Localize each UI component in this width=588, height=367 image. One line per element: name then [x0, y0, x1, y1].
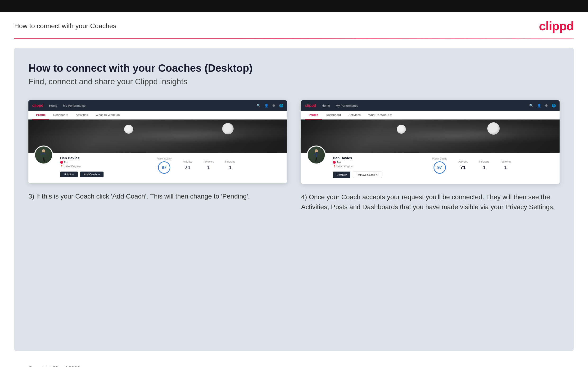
profile-details-right: Dan Davies Pro 📍 United Kingdom — [333, 153, 382, 178]
mock-tabs-right: Profile Dashboard Activities What To Wor… — [301, 111, 560, 119]
avatar-figure-left — [39, 149, 48, 164]
player-quality-stat-left: Player Quality 97 — [157, 157, 172, 174]
golf-ball-left — [124, 125, 133, 134]
user-name-right: Dan Davies — [333, 156, 382, 160]
user-badge-right: Pro — [333, 161, 341, 164]
mock-buttons-left: Unfollow Add Coach + — [60, 172, 104, 177]
mock-banner-right — [301, 119, 560, 153]
globe-icon-right[interactable]: 🌐 — [552, 104, 556, 108]
activities-stat-right: Activities 71 — [458, 160, 468, 171]
plus-icon-left: + — [98, 173, 100, 176]
location-pin-right: 📍 — [333, 165, 336, 168]
search-icon-left[interactable]: 🔍 — [257, 104, 261, 108]
page-wrapper: How to connect with your Coaches clippd … — [0, 12, 588, 367]
remove-coach-button-right[interactable]: Remove Coach ✕ — [353, 172, 382, 178]
location-text-right: United Kingdom — [337, 165, 353, 168]
badge-dot-left — [60, 161, 63, 164]
golf-ball-right-left — [222, 123, 233, 134]
tab-activities-right[interactable]: Activities — [345, 111, 364, 119]
mock-nav-performance-right[interactable]: My Performance — [336, 104, 358, 108]
fing-label-left: Following — [225, 160, 235, 163]
mock-nav-performance-left[interactable]: My Performance — [63, 104, 86, 108]
location-pin-left: 📍 — [60, 165, 63, 168]
header-divider — [14, 38, 574, 39]
top-bar — [0, 0, 588, 12]
pq-circle-left: 97 — [158, 161, 170, 174]
screenshot-left-col: clippd Home My Performance 🔍 👤 ⚙ 🌐 Profi… — [28, 100, 287, 212]
act-label-left: Activities — [183, 160, 192, 163]
person-icon-left[interactable]: 👤 — [264, 104, 268, 108]
tab-whattoworkon-right[interactable]: What To Work On — [364, 111, 396, 119]
golf-ball-right-banner — [397, 125, 406, 134]
globe-icon-left[interactable]: 🌐 — [279, 104, 283, 108]
mock-nav-icons-left: 🔍 👤 ⚙ 🌐 — [257, 104, 283, 108]
mock-nav-icons-right: 🔍 👤 ⚙ 🌐 — [529, 104, 556, 108]
avatar-figure-right — [312, 149, 320, 164]
mock-logo-right: clippd — [305, 103, 316, 108]
unfollow-button-right[interactable]: Unfollow — [333, 172, 350, 178]
settings-icon-left[interactable]: ⚙ — [272, 104, 275, 108]
tab-whattoworkon-left[interactable]: What To Work On — [92, 111, 123, 119]
add-coach-button-left[interactable]: Add Coach + — [80, 172, 104, 177]
stats-area-right: Player Quality 97 Activities 71 Follower… — [389, 153, 554, 174]
act-label-right: Activities — [458, 160, 468, 163]
tab-activities-left[interactable]: Activities — [72, 111, 92, 119]
badge-label-left: Pro — [64, 161, 68, 164]
add-coach-label-left: Add Coach — [84, 173, 97, 176]
profile-details-left: Dan Davies Pro 📍 United Kingdom — [60, 153, 104, 177]
description-right: 4) Once your Coach accepts your request … — [301, 192, 560, 212]
mock-profile-info-left: Dan Davies Pro 📍 United Kingdom — [28, 153, 287, 183]
user-location-left: 📍 United Kingdom — [60, 165, 104, 168]
fing-label-right: Following — [501, 160, 510, 163]
fing-value-left: 1 — [225, 165, 235, 171]
mock-logo-left: clippd — [32, 103, 43, 108]
logo-area: clippd — [539, 19, 574, 33]
avatar-container-left — [34, 146, 53, 165]
panel-title: How to connect with your Coaches (Deskto… — [28, 62, 560, 74]
mock-nav-right: clippd Home My Performance 🔍 👤 ⚙ 🌐 — [301, 100, 560, 111]
followers-stat-left: Followers 1 — [204, 160, 214, 171]
settings-icon-right[interactable]: ⚙ — [545, 104, 548, 108]
mock-profile-area-left: Dan Davies Pro 📍 United Kingdom — [28, 119, 287, 183]
location-text-left: United Kingdom — [64, 165, 81, 168]
act-value-right: 71 — [458, 165, 468, 171]
fol-value-right: 1 — [479, 165, 489, 171]
stats-area-left: Player Quality 97 Activities 71 Follower… — [111, 153, 281, 174]
mock-profile-info-right: Dan Davies Pro 📍 United Kingdom — [301, 153, 560, 184]
badge-label-right: Pro — [337, 161, 341, 164]
panel-subtitle: Find, connect and share your Clippd insi… — [28, 77, 560, 86]
search-icon-right[interactable]: 🔍 — [529, 104, 533, 108]
tab-dashboard-right[interactable]: Dashboard — [322, 111, 345, 119]
description-left: 3) If this is your Coach click 'Add Coac… — [28, 192, 287, 201]
mock-profile-area-right: Dan Davies Pro 📍 United Kingdom — [301, 119, 560, 184]
badge-dot-right — [333, 161, 336, 164]
clippd-logo: clippd — [539, 19, 574, 33]
screenshots-row: clippd Home My Performance 🔍 👤 ⚙ 🌐 Profi… — [28, 100, 560, 212]
avatar-right — [307, 146, 326, 165]
content-panel: How to connect with your Coaches (Deskto… — [14, 48, 574, 351]
tab-dashboard-left[interactable]: Dashboard — [49, 111, 72, 119]
tab-profile-right[interactable]: Profile — [305, 111, 322, 119]
followers-stat-right: Followers 1 — [479, 160, 489, 171]
following-stat-right: Following 1 — [501, 160, 510, 171]
page-header: How to connect with your Coaches clippd — [0, 12, 588, 33]
screenshot-right-col: clippd Home My Performance 🔍 👤 ⚙ 🌐 Profi… — [301, 100, 560, 212]
person-icon-right[interactable]: 👤 — [537, 104, 541, 108]
avatar-left — [34, 146, 53, 165]
avatar-container-right — [307, 146, 326, 165]
user-badge-left: Pro — [60, 161, 68, 164]
fol-label-right: Followers — [479, 160, 489, 163]
remove-coach-x-icon: ✕ — [376, 173, 378, 176]
mock-buttons-right: Unfollow Remove Coach ✕ — [333, 172, 382, 178]
remove-coach-label-right: Remove Coach — [357, 174, 375, 176]
player-quality-stat-right: Player Quality 97 — [432, 157, 447, 174]
mock-nav-home-right[interactable]: Home — [322, 104, 330, 108]
pq-label-left: Player Quality — [157, 157, 172, 160]
fol-label-left: Followers — [204, 160, 214, 163]
act-value-left: 71 — [183, 165, 192, 171]
tab-profile-left[interactable]: Profile — [32, 111, 49, 119]
copyright-text: Copyright Clippd 2022 — [28, 365, 80, 367]
mock-nav-home-left[interactable]: Home — [49, 104, 57, 108]
fing-value-right: 1 — [501, 165, 510, 171]
unfollow-button-left[interactable]: Unfollow — [60, 172, 78, 177]
